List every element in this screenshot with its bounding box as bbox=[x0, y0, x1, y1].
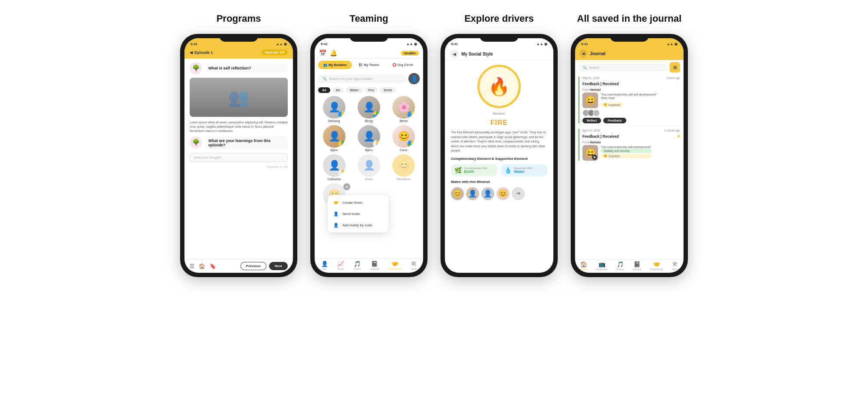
mate-avatar-2[interactable]: 👤 bbox=[466, 187, 479, 200]
p3-header-title: My Social Style bbox=[461, 52, 493, 56]
p4-nav-tools-label: Tools bbox=[672, 268, 678, 271]
mindset-label: Mindset: bbox=[493, 112, 506, 116]
p4-header: ◀ Journal bbox=[575, 48, 684, 60]
ctx-create-team[interactable]: 🤝 Create Team bbox=[328, 197, 388, 208]
nav-community[interactable]: 🤝 Community bbox=[388, 261, 401, 270]
buddy-name-bjorn1: Björn bbox=[331, 149, 338, 152]
p4-nav-tools[interactable]: 🛠 Tools bbox=[672, 261, 678, 271]
entry-1-heart-icon[interactable]: ♡ bbox=[675, 81, 680, 87]
search-box[interactable]: 🔍 Search for your App buddies bbox=[318, 75, 406, 83]
entry-2-right: "You need leadership skill development!"… bbox=[601, 145, 651, 158]
nav-me-label: me bbox=[323, 268, 326, 270]
nav-me[interactable]: 👤 me bbox=[321, 261, 328, 270]
p4-nav-tracks[interactable]: 🎵 Tracks bbox=[616, 261, 624, 271]
mate-avatar-1[interactable]: 😊 bbox=[451, 187, 464, 200]
close-badge[interactable]: ✕ bbox=[343, 183, 350, 190]
page-container: Programs 9:41 ▲▲ ◉ ◀ Episode 1 Episode 1… bbox=[9, 13, 859, 277]
idea-badge[interactable]: IdeaBits bbox=[401, 51, 419, 56]
bell-icon[interactable]: 🔔 bbox=[330, 50, 337, 56]
p1-back-btn[interactable]: ◀ Episode 1 bbox=[190, 50, 213, 55]
reaction-1-text: surprised bbox=[608, 103, 620, 106]
tab-org-circle[interactable]: ⭕ Org Circle bbox=[386, 61, 420, 69]
mate-avatar-3[interactable]: 👤 bbox=[481, 187, 494, 200]
buddy-catharina[interactable]: 👤 Catharina bbox=[318, 154, 350, 181]
buddy-name-dilshani: Dilshani A bbox=[397, 178, 410, 181]
status-time-2: 9:41 bbox=[321, 42, 328, 46]
previous-button[interactable]: Previous bbox=[240, 262, 266, 270]
p4-nav-home[interactable]: 🏠 Home bbox=[580, 261, 587, 271]
nav-journal[interactable]: 📓 Journal bbox=[371, 261, 379, 270]
water-element-card[interactable]: 💧 Supportive With Water bbox=[501, 164, 547, 176]
p4-back-button[interactable]: ◀ bbox=[579, 50, 587, 57]
earth-element-card[interactable]: 🌿 Complimentary With Earth bbox=[451, 164, 497, 176]
view-more-1[interactable]: View more bbox=[601, 96, 657, 99]
entry-1-title: Feedback | Received bbox=[582, 82, 619, 86]
buddy-carro[interactable]: 😊 Carro bbox=[388, 125, 420, 152]
filter-water[interactable]: Water bbox=[346, 87, 363, 93]
complementary-title: Complimentary Element & Supportive Eleme… bbox=[451, 157, 547, 161]
buddy-avatar-bengt: 👤 bbox=[358, 96, 380, 119]
p4-search-box[interactable]: 🔍 Search bbox=[579, 64, 667, 71]
status-icons-3: ▲▲ ◉ bbox=[536, 42, 547, 46]
mates-more-badge[interactable]: +5 bbox=[512, 187, 525, 200]
next-button[interactable]: Next bbox=[269, 262, 288, 270]
lorem-text: Lorem ipsum dolor sit amet, consectetur … bbox=[190, 120, 288, 133]
ctx-add-buddy-code[interactable]: 👤 Add buddy by code bbox=[328, 219, 388, 231]
p4-filter-button[interactable]: ⊞ bbox=[670, 62, 680, 73]
filter-earth[interactable]: Earth bbox=[380, 87, 396, 93]
p4-nav-community[interactable]: 🤝 Community bbox=[650, 261, 663, 271]
buddy-bengt[interactable]: 👤 Bengt bbox=[353, 96, 385, 122]
calendar-icon[interactable]: 📅 bbox=[319, 50, 326, 56]
p4-nav-programs-label: Programs bbox=[596, 268, 608, 271]
status-icons-2: ▲▲ ◉ bbox=[406, 42, 417, 46]
p4-nav-journal[interactable]: 📓 Journal bbox=[633, 261, 641, 271]
entry-2-reaction-1: Stability and security bbox=[601, 149, 651, 153]
user-avatar[interactable]: 👤 bbox=[408, 73, 420, 84]
mate-avatar-4[interactable]: 😊 bbox=[496, 187, 510, 200]
water-label-sm: Supportive With bbox=[514, 167, 532, 169]
buddy-dilshani[interactable]: 😊 Dilshani A bbox=[388, 154, 420, 181]
buddy-berne[interactable]: 🌸 Berne bbox=[388, 96, 420, 122]
explore-screen: 9:41 ▲▲ ◉ ◀ My Social Style 🔥 Mindset: bbox=[445, 38, 553, 273]
reflect-button-1[interactable]: Reflect bbox=[582, 118, 601, 123]
status-icons-1: ▲▲ ◉ bbox=[276, 42, 287, 46]
entry-1-reaction: 😲 surprised bbox=[601, 103, 623, 107]
reaction-2-text: Stability and security bbox=[604, 149, 630, 152]
buddy-avatar-behrang: 👤 bbox=[323, 96, 345, 119]
tree-icon-2: 🌳 bbox=[190, 136, 202, 149]
entry-2-heart-icon[interactable]: ♥ bbox=[677, 133, 680, 139]
tab-my-teams[interactable]: 👫 My Teams bbox=[352, 61, 386, 69]
ctx-send-invite[interactable]: 👤 Send Invite bbox=[328, 208, 388, 219]
filter-air[interactable]: Air bbox=[332, 87, 344, 93]
p4-search-icon: 🔍 bbox=[583, 66, 587, 69]
nav-tools[interactable]: 🛠 Tools bbox=[411, 261, 417, 270]
journal-screen: 9:41 ▲▲ ◉ ◀ Journal 🔍 Search ⊞ bbox=[575, 38, 684, 273]
buddy-behrang[interactable]: 👤 Behrang bbox=[318, 96, 350, 122]
entry-2-text: "You need leadership skill development!" bbox=[601, 145, 651, 149]
p4-nav-programs[interactable]: 📺 Programs bbox=[596, 261, 608, 271]
feedback-button-1[interactable]: Feedback bbox=[603, 118, 626, 123]
home-icon[interactable]: 🏠 bbox=[199, 263, 205, 269]
entry-1-right: "You need leadership skill skill develop… bbox=[601, 93, 657, 107]
menu-icon[interactable]: ☰ bbox=[190, 263, 194, 269]
share-thoughts-box[interactable]: Share your thoughts bbox=[190, 153, 288, 162]
video-thumbnail[interactable]: 👥 bbox=[190, 78, 288, 117]
buddy-pie-bjorn1 bbox=[338, 140, 345, 148]
p3-back-button[interactable]: ◀ bbox=[450, 50, 459, 58]
filter-fire[interactable]: Fire bbox=[365, 87, 378, 93]
filter-all[interactable]: All bbox=[318, 87, 330, 93]
buddy-bjorn1[interactable]: 👤 Björn bbox=[318, 125, 350, 152]
buddy-dave[interactable]: 👤 Dave bbox=[353, 154, 385, 181]
p4-community-icon: 🤝 bbox=[653, 261, 660, 268]
buddy-avatar-carro: 😊 bbox=[392, 125, 415, 148]
nav-grow[interactable]: 📈 Grow bbox=[337, 261, 344, 270]
journal-phone-frame: 9:41 ▲▲ ◉ ◀ Journal 🔍 Search ⊞ bbox=[571, 34, 688, 277]
tab-my-buddies[interactable]: 👥 My Buddies bbox=[318, 61, 352, 69]
nav-tracks[interactable]: 🎵 Tracks bbox=[353, 261, 361, 270]
nav-tools-label: Tools bbox=[411, 268, 417, 270]
bookmark-icon[interactable]: 🔖 bbox=[210, 263, 216, 269]
buddy-bjorn2[interactable]: 👤 Björn bbox=[353, 125, 385, 152]
play-overlay-icon: ▶ bbox=[592, 155, 597, 160]
teaming-section: Teaming 9:41 ▲▲ ◉ 📅 🔔 IdeaBits bbox=[310, 13, 427, 277]
buddy-pie-catharina bbox=[338, 169, 345, 177]
